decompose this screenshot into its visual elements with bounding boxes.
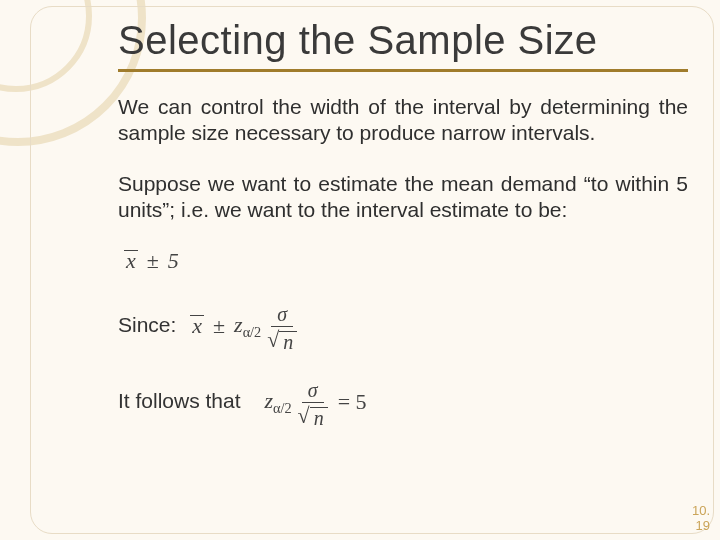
follows-row: It follows that zα/2 σ √ n = 5 [118,378,688,426]
x-bar: x [124,248,138,274]
paragraph-2: Suppose we want to estimate the mean dem… [118,171,688,222]
equation-interval: x ± 5 [124,248,688,274]
plus-minus: ± [144,248,162,274]
z-symbol-2: zα/2 [264,388,291,417]
five: 5 [168,248,179,274]
since-row: Since: x ± zα/2 σ √ n [118,302,688,350]
slide-title: Selecting the Sample Size [118,18,688,72]
z-symbol: zα/2 [234,312,261,341]
page-number: 10. 19 [692,504,710,534]
slide-content: Selecting the Sample Size We can control… [118,18,688,444]
since-label: Since: [118,313,176,336]
equals-five: = 5 [334,389,367,415]
fraction-sigma-over-rootn-2: σ √ n [298,380,328,428]
paragraph-1: We can control the width of the interval… [118,94,688,145]
plus-minus-2: ± [210,313,228,339]
fraction-sigma-over-rootn: σ √ n [267,304,297,352]
follows-label: It follows that [118,389,241,412]
x-bar-2: x [190,313,204,339]
